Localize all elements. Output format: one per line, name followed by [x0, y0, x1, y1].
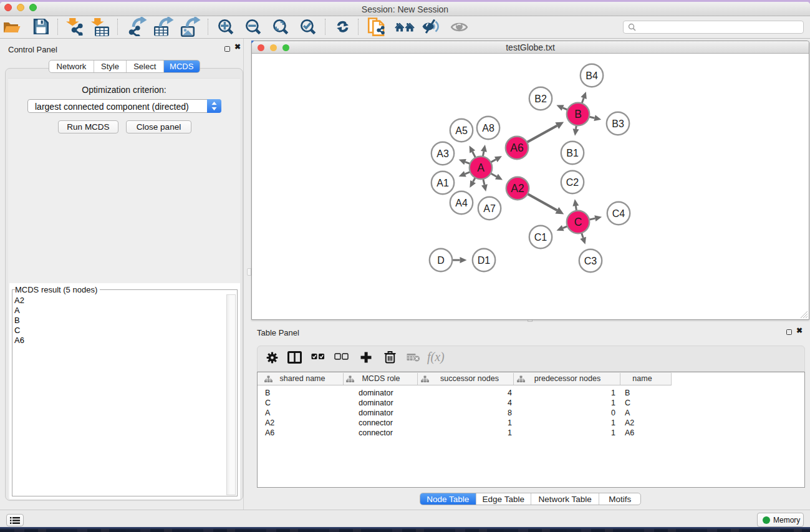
svg-text:A: A	[477, 162, 485, 174]
svg-text:A6: A6	[510, 142, 523, 154]
svg-text:C2: C2	[566, 177, 579, 188]
svg-text:C3: C3	[584, 256, 597, 266]
svg-text:A4: A4	[455, 198, 468, 208]
svg-text:A1: A1	[436, 178, 449, 188]
svg-text:B4: B4	[586, 70, 598, 81]
svg-text:B1: B1	[566, 148, 579, 158]
svg-text:C4: C4	[612, 208, 625, 219]
svg-text:A3: A3	[436, 148, 449, 159]
svg-text:B2: B2	[534, 94, 547, 104]
svg-text:A2: A2	[511, 182, 524, 195]
svg-text:A8: A8	[482, 123, 494, 133]
svg-text:C1: C1	[534, 232, 547, 243]
svg-text:B: B	[574, 108, 582, 120]
svg-text:B3: B3	[612, 118, 624, 129]
svg-text:C: C	[574, 216, 582, 228]
svg-text:D1: D1	[478, 255, 491, 266]
svg-text:A7: A7	[483, 203, 496, 214]
svg-text:D: D	[437, 255, 445, 266]
svg-text:A5: A5	[455, 125, 468, 136]
